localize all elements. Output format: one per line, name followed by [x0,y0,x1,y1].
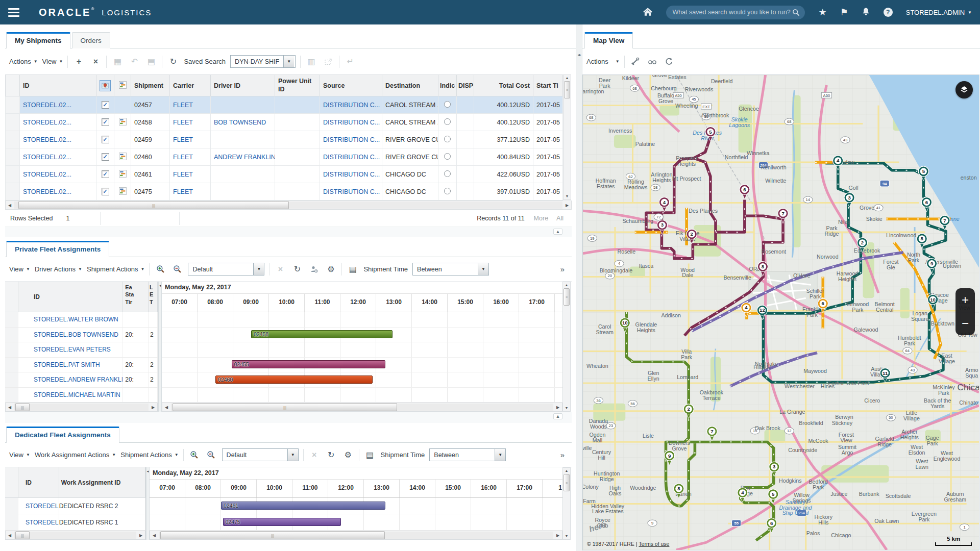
wrap-icon[interactable]: ↵ [344,58,356,66]
source-link[interactable]: DISTRIBUTION C... [323,136,380,143]
gantt-resource-row[interactable]: STOREDEL.CDEDICATED RSRC 1 [5,514,145,531]
clear-icon[interactable]: × [308,451,321,459]
shipment-actions-menu[interactable]: Shipment Actions▼ [120,451,178,459]
tab-my-shipments[interactable]: My Shipments [6,32,70,48]
gantt-vscrollbar[interactable]: ▲≡▼ [562,467,571,540]
clear-icon[interactable]: × [274,265,286,273]
indicator-radio[interactable] [444,188,451,194]
zoom-out-icon[interactable] [205,450,217,459]
tab-private-fleet[interactable]: Private Fleet Assignments [6,241,109,257]
favorites-star-icon[interactable]: ★ [818,8,826,17]
indicator-radio[interactable] [444,101,451,108]
gantt-timeline-row[interactable] [162,388,562,403]
gantt-timeline-row[interactable]: 02460 [162,372,562,388]
table-horizontal-scrollbar[interactable]: ◀ ||| ▶ [5,201,572,210]
driver-link[interactable]: BOB TOWNSEND [214,119,266,126]
gantt-splitter[interactable]: ◂ [146,467,150,540]
driver-status-icon[interactable] [308,265,320,273]
gantt-timeline-row[interactable] [162,312,562,328]
save-icon[interactable]: ▤ [145,58,157,66]
carrier-link[interactable]: FLEET [173,136,193,143]
gantt-preset-select[interactable]: Default▼ [188,263,264,276]
gantt-bar[interactable]: 02455 [232,360,385,368]
gantt-preset-select[interactable]: Default▼ [222,448,299,461]
legend-icon[interactable]: ▤ [364,451,376,459]
gantt-chart-icon[interactable] [119,155,127,162]
view-menu[interactable]: View▼ [9,451,30,459]
gantt-vscrollbar[interactable]: ▲≡▼ [562,282,571,412]
carrier-link[interactable]: FLEET [173,171,193,178]
tab-orders[interactable]: Orders [72,32,110,48]
gantt-timeline-row[interactable]: 02458 [162,328,562,343]
detach-icon[interactable] [322,58,334,66]
zoom-in-button[interactable]: + [962,294,969,306]
indicator-radio[interactable] [444,153,451,160]
table-row[interactable]: STOREDEL.02...✓02461FLEETDISTRIBUTION C.… [6,166,563,183]
source-link[interactable]: DISTRIBUTION C... [323,171,380,178]
zoom-out-button[interactable]: − [962,317,969,330]
map-binoculars-icon[interactable] [646,58,658,66]
gantt-resource-row[interactable]: STOREDEL.ANDREW FRANKLIN20:2 [5,372,158,388]
pane-splitter[interactable]: ◂▸ [576,24,582,551]
menu-icon[interactable] [8,6,19,19]
shipment-id-link[interactable]: STOREDEL.02... [23,102,71,109]
table-row[interactable]: STOREDEL.02...✓02459FLEETDISTRIBUTION C.… [6,131,563,148]
gantt-resource-row[interactable]: STOREDEL.BOB TOWNSEND20:2 [5,328,158,343]
gantt-resource-row[interactable]: STOREDEL.CDEDICATED RSRC 2 [5,498,145,514]
resource-link[interactable]: STOREDEL.MICHAEL MARTIN [34,391,120,398]
table-row[interactable]: STOREDEL.02...✓02460FLEETANDREW FRANKLIN… [6,148,563,166]
flag-icon[interactable]: ⚑ [840,8,848,17]
add-icon[interactable]: + [72,58,85,66]
shipment-id-link[interactable]: STOREDEL.02... [23,188,71,195]
map-pin-icon[interactable] [100,80,111,91]
row-checkbox[interactable]: ✓ [102,153,109,161]
overflow-icon[interactable]: » [560,265,568,273]
delete-icon[interactable]: × [89,58,102,66]
notifications-bell-icon[interactable] [862,7,870,17]
overflow-icon[interactable]: » [560,450,568,459]
panel-splitter[interactable]: ▲ [5,412,572,423]
global-search-input[interactable] [671,8,792,16]
row-checkbox[interactable]: ✓ [102,136,109,143]
shipment-actions-menu[interactable]: Shipment Actions▼ [87,265,144,273]
help-icon[interactable]: ? [884,8,893,17]
resource-link[interactable]: STOREDEL.EVAN PETERS [34,346,111,353]
gantt-hscrollbar[interactable]: ◀|||▶ [150,531,562,540]
shipment-time-select[interactable]: Between▼ [429,448,506,461]
row-checkbox[interactable]: ✓ [102,170,109,178]
tab-dedicated-fleet[interactable]: Dedicated Fleet Assignments [6,427,119,443]
table-row[interactable]: STOREDEL.02...✓02458FLEETBOB TOWNSENDDIS… [6,114,563,131]
gantt-resource-row[interactable]: STOREDEL.MICHAEL MARTIN [5,388,158,403]
zoom-out-icon[interactable] [171,265,183,273]
freeze-columns-icon[interactable]: ▥ [305,58,317,66]
shipment-id-link[interactable]: STOREDEL.02... [23,171,71,178]
map-canvas[interactable]: 6845A50A50EXT536868436229494415814721942… [582,74,979,550]
gantt-chart-icon[interactable] [119,189,127,196]
gantt-chart-icon[interactable] [119,172,127,179]
map-zoom-control[interactable]: + − [955,288,975,335]
gantt-bar[interactable]: 02475 [223,518,341,526]
gantt-timeline-row[interactable]: 02475 [150,514,562,531]
source-link[interactable]: DISTRIBUTION C... [323,188,380,195]
user-menu[interactable]: STOREDEL.ADMIN ▼ [906,9,972,16]
terms-link[interactable]: Terms of use [639,541,669,547]
indicator-radio[interactable] [444,118,451,125]
source-link[interactable]: DISTRIBUTION C... [323,102,380,109]
gantt-bar[interactable]: 02461 [221,502,385,510]
saved-search-select[interactable]: DYN-DAY SHIF▼ [230,55,296,68]
driver-link[interactable]: ANDREW FRANKLIN [214,154,275,161]
refresh-icon[interactable]: ↻ [291,265,303,273]
row-checkbox[interactable]: ✓ [102,101,109,109]
gantt-timeline-row[interactable]: 02461 [150,498,562,514]
gantt-hscrollbar[interactable]: ◀|||▶ [162,403,562,412]
resource-link[interactable]: STOREDEL.C [26,503,59,510]
resource-link[interactable]: STOREDEL.WALTER BROWN [34,316,118,323]
gantt-resource-row[interactable]: STOREDEL.WALTER BROWN [5,312,158,328]
resource-link[interactable]: STOREDEL.PAT SMITH [34,361,100,368]
gantt-resource-row[interactable]: STOREDEL.EVAN PETERS [5,342,158,358]
carrier-link[interactable]: FLEET [173,154,193,161]
refresh-icon[interactable]: ↻ [325,451,337,459]
gantt-bar[interactable]: 02460 [215,375,373,384]
all-link[interactable]: All [556,215,564,222]
undo-icon[interactable]: ↶ [128,58,140,66]
